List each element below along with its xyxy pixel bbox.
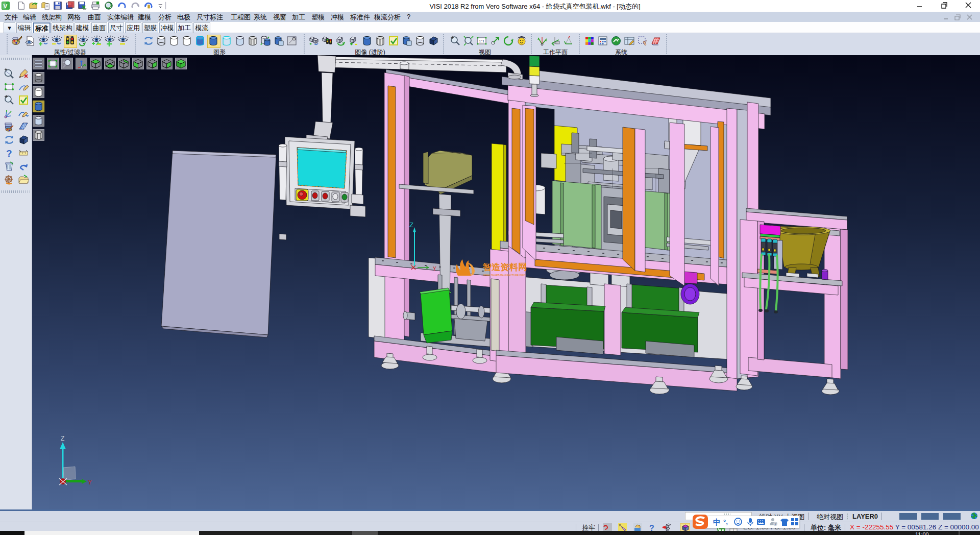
svg-text:7: 7 bbox=[774, 522, 777, 526]
svg-text:智造资料网: 智造资料网 bbox=[482, 262, 527, 272]
svg-text:Z: Z bbox=[61, 435, 64, 442]
svg-text:Y: Y bbox=[88, 479, 92, 486]
svg-text:Y: Y bbox=[433, 266, 436, 272]
svg-text:Z: Z bbox=[409, 221, 413, 229]
svg-text:1:1: 1:1 bbox=[479, 39, 485, 43]
svg-text:°,: °, bbox=[723, 518, 728, 526]
svg-text:中: 中 bbox=[713, 518, 721, 526]
svg-text:WWW.SMART-MANUFACTURE.INFO: WWW.SMART-MANUFACTURE.INFO bbox=[483, 274, 525, 277]
svg-text:V: V bbox=[4, 3, 8, 9]
svg-text:?: ? bbox=[6, 148, 12, 159]
